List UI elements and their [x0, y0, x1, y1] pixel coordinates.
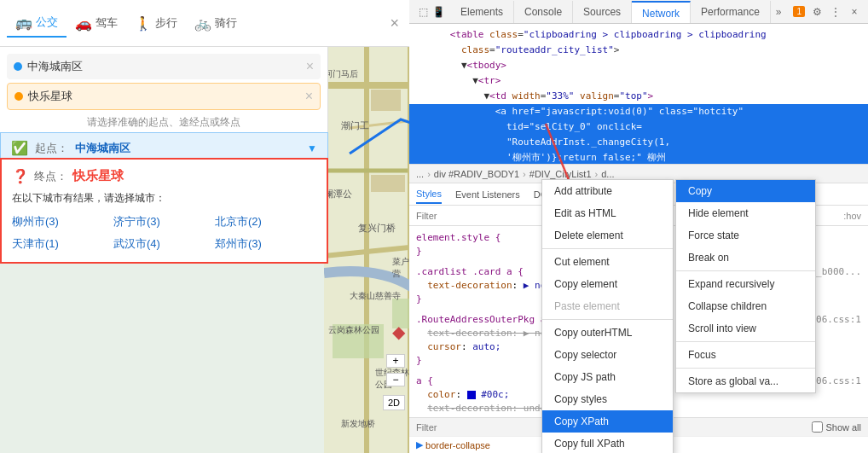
svg-rect-8 — [371, 175, 405, 192]
ctx-copy-selector[interactable]: Copy selector — [542, 344, 673, 366]
start-input-row[interactable]: 中海城南区 × — [7, 54, 321, 79]
ctx-expand-recursively[interactable]: Expand recursively — [676, 273, 815, 295]
devtools-tabs: Elements Console Sources Network Perform… — [450, 0, 787, 23]
route-inputs: 中海城南区 × 快乐星球 × — [7, 54, 321, 110]
html-line-2: class="routeaddr_city_list"> — [409, 43, 868, 58]
ctx-paste-element[interactable]: Paste element — [542, 295, 673, 317]
ctx-hide-element[interactable]: Hide element — [676, 202, 815, 224]
show-all-label[interactable]: Show all — [812, 421, 861, 433]
question-icon: ❓ — [12, 168, 29, 184]
breadcrumb-div-citylist[interactable]: #DIV_CityList1 — [529, 169, 592, 179]
city-item-5[interactable]: 郑州市(3) — [215, 235, 316, 253]
city-item-0[interactable]: 柳州市(3) — [12, 212, 113, 231]
end-input-row[interactable]: 快乐星球 × — [7, 83, 321, 110]
ctx-sep-4 — [676, 341, 815, 342]
transport-tab-bus[interactable]: 🚌 公交 — [7, 9, 67, 38]
map-2d-button[interactable]: 2D — [383, 395, 405, 410]
html-line-3: ▼<tbody> — [409, 58, 868, 73]
breadcrumb-d[interactable]: d... — [601, 169, 614, 179]
city-item-3[interactable]: 天津市(1) — [12, 235, 113, 253]
car-icon: 🚗 — [75, 15, 92, 32]
city-grid: 柳州市(3) 济宁市(3) 北京市(2) 天津市(1) 武汉市(4) 郑州市(3… — [12, 212, 316, 253]
breadcrumb-div[interactable]: div #RADIV_BODY1 — [434, 169, 519, 179]
result-box: ❓ 终点： 快乐星球 在以下城市有结果，请选择城市： 柳州市(3) 济宁市(3)… — [0, 158, 328, 264]
html-line-8: "RouteAddrInst._changeCity(1, — [409, 135, 868, 150]
bike-label: 骑行 — [215, 15, 237, 31]
ctx-focus[interactable]: Focus — [676, 344, 815, 366]
result-title: ❓ 终点： 快乐星球 — [12, 168, 316, 184]
ctx-sep-5 — [676, 368, 815, 369]
ctx-break-on[interactable]: Break on — [676, 247, 815, 269]
devtools-topbar: ⬚ 📱 Elements Console Sources Network Per… — [409, 0, 868, 24]
html-line-5: ▼<td width="33%" valign="top"> — [409, 89, 868, 104]
ctx-copy-outerhtml[interactable]: Copy outerHTML — [542, 322, 673, 344]
html-source: <table class="clipboadring > clipboadrin… — [409, 24, 868, 165]
bus-icon: 🚌 — [15, 15, 32, 31]
transport-tab-walk[interactable]: 🚶 步行 — [126, 10, 186, 37]
city-item-4[interactable]: 武汉市(4) — [113, 235, 215, 253]
city-item-2[interactable]: 北京市(2) — [215, 212, 316, 231]
end-clear-button[interactable]: × — [305, 89, 313, 104]
close-button[interactable]: × — [386, 11, 402, 36]
start-arrow-icon: ▼ — [307, 142, 317, 154]
hint-text: 请选择准确的起点、途经点或终点 — [7, 110, 321, 135]
city-item-1[interactable]: 济宁市(3) — [113, 212, 215, 231]
end-label: 终点： — [34, 169, 67, 184]
zoom-in-button[interactable]: + — [386, 354, 405, 368]
svg-rect-10 — [333, 324, 384, 358]
filter-hov[interactable]: :hov — [843, 211, 861, 221]
zoom-out-button[interactable]: − — [386, 373, 405, 386]
map-area: 清华大学 阿门马后 潮门工 澜潭公 复兴门桥 大秦山慈善寺 云岗森林公园 世纪森… — [324, 0, 409, 453]
tab-elements[interactable]: Elements — [450, 1, 514, 23]
ctx-copy-full-xpath[interactable]: Copy full XPath — [542, 433, 673, 453]
transport-tab-bike[interactable]: 🚲 骑行 — [186, 10, 246, 37]
ctx-scroll-into-view[interactable]: Scroll into view — [676, 317, 815, 340]
ctx-sep-1 — [542, 248, 673, 249]
svg-rect-7 — [371, 90, 401, 111]
html-line-4: ▼<tr> — [409, 73, 868, 89]
warning-badge: 1 — [793, 6, 805, 17]
ctx-store-global[interactable]: Store as global va... — [676, 370, 815, 392]
breadcrumb-ellipsis[interactable]: ... — [416, 169, 424, 179]
ctx-collapse-children[interactable]: Collapse children — [676, 295, 815, 317]
transport-tab-car[interactable]: 🚗 驾车 — [67, 10, 126, 37]
start-clear-button[interactable]: × — [306, 59, 314, 74]
ctx-edit-html[interactable]: Edit as HTML — [542, 202, 673, 224]
tab-styles[interactable]: Styles — [416, 185, 442, 204]
ctx-copy-xpath[interactable]: Copy XPath — [542, 410, 673, 433]
tab-console[interactable]: Console — [514, 1, 573, 23]
tab-performance[interactable]: Performance — [691, 1, 771, 23]
html-line-6: <a href="javascript:void(0)" class="hotc… — [409, 104, 868, 119]
tab-sources[interactable]: Sources — [573, 1, 632, 23]
context-menu-left: Add attribute Edit as HTML Delete elemen… — [541, 179, 674, 453]
walk-icon: 🚶 — [135, 15, 152, 32]
tab-event-listeners[interactable]: Event Listeners — [455, 186, 520, 203]
ctx-copy-element[interactable]: Copy element — [542, 273, 673, 295]
inspect-icon[interactable]: ⬚ — [416, 5, 430, 19]
tab-more[interactable]: » — [771, 1, 787, 23]
start-city-display: 中海城南区 — [27, 59, 301, 74]
bike-icon: 🚲 — [194, 15, 211, 32]
device-icon[interactable]: 📱 — [431, 5, 445, 19]
tab-network[interactable]: Network — [632, 1, 691, 23]
show-all-checkbox[interactable] — [812, 421, 823, 433]
close-devtools-icon[interactable]: × — [848, 5, 861, 19]
ctx-copy-styles[interactable]: Copy styles — [542, 388, 673, 410]
ctx-add-attribute[interactable]: Add attribute — [542, 180, 673, 202]
ctx-copy[interactable]: Copy — [676, 180, 815, 202]
ctx-copy-js-path[interactable]: Copy JS path — [542, 366, 673, 388]
devtools-topbar-right: 1 ⚙ ⋮ × — [793, 5, 861, 19]
start-label: 起点： — [35, 141, 68, 156]
ctx-cut-element[interactable]: Cut element — [542, 251, 673, 273]
map-placeholder: 清华大学 阿门马后 潮门工 澜潭公 复兴门桥 大秦山慈善寺 云岗森林公园 世纪森… — [324, 0, 409, 453]
ctx-sep-3 — [676, 270, 815, 271]
transport-bar: 🚌 公交 🚗 驾车 🚶 步行 🚲 骑行 × — [0, 0, 409, 47]
html-line-1: <table class="clipboadring > clipboadrin… — [409, 27, 868, 43]
settings-icon[interactable]: ⚙ — [810, 5, 824, 19]
ctx-delete-element[interactable]: Delete element — [542, 224, 673, 247]
end-city-name: 快乐星球 — [72, 168, 124, 184]
more-options-icon[interactable]: ⋮ — [829, 5, 842, 19]
context-menu-right: Copy Hide element Force state Break on E… — [675, 179, 816, 393]
html-line-9: '柳州市')};return false;" 柳州 — [409, 150, 868, 165]
ctx-force-state[interactable]: Force state — [676, 224, 815, 247]
